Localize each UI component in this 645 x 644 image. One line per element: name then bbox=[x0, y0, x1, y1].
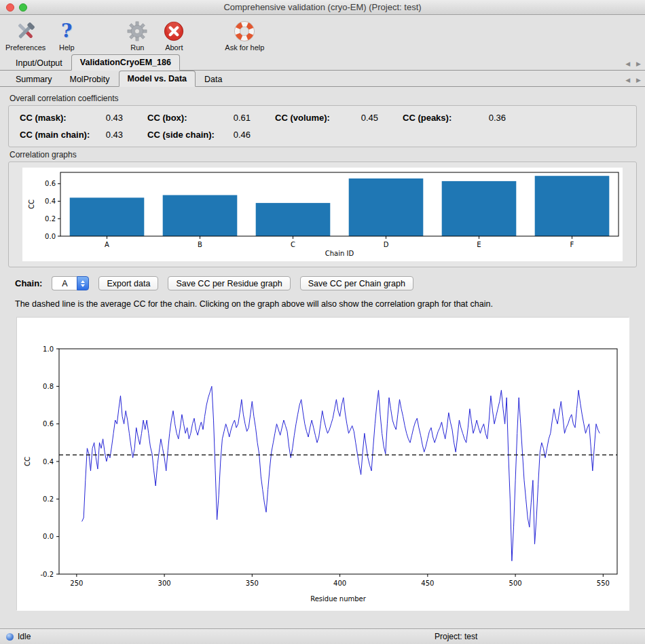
save-cc-per-residue-button[interactable]: Save CC per Residue graph bbox=[168, 276, 290, 290]
svg-text:0.6: 0.6 bbox=[45, 180, 56, 187]
svg-text:500: 500 bbox=[509, 580, 522, 587]
lifebuoy-icon bbox=[234, 19, 255, 43]
status-indicator-icon bbox=[6, 633, 14, 641]
chain-controls: Chain: A Export data Save CC per Residue… bbox=[8, 276, 637, 290]
tool-label: Run bbox=[130, 43, 144, 52]
svg-text:0.2: 0.2 bbox=[43, 495, 54, 503]
svg-text:250: 250 bbox=[70, 580, 83, 587]
cc-volume: CC (volume): 0.45 bbox=[275, 113, 378, 123]
tool-label: Abort bbox=[165, 43, 183, 52]
svg-text:350: 350 bbox=[246, 580, 259, 587]
chart-hint-text: The dashed line is the average CC for th… bbox=[8, 299, 637, 309]
cc-value: 0.36 bbox=[489, 113, 506, 123]
section-title: Overall correlation coefficients bbox=[10, 94, 637, 103]
preferences-button[interactable]: Preferences bbox=[5, 19, 45, 52]
svg-text:0.4: 0.4 bbox=[43, 458, 54, 466]
svg-text:C: C bbox=[291, 241, 295, 248]
toolbar: Preferences ? Help Run bbox=[0, 15, 645, 54]
cc-label: CC (box): bbox=[147, 113, 187, 123]
tab-scroll-right-icon[interactable]: ▶ bbox=[636, 77, 641, 83]
close-button[interactable] bbox=[6, 3, 14, 12]
tab-scroll-left-icon[interactable]: ◀ bbox=[625, 77, 630, 83]
svg-text:0.0: 0.0 bbox=[45, 233, 56, 240]
abort-button[interactable]: Abort bbox=[158, 19, 189, 52]
svg-text:300: 300 bbox=[158, 580, 171, 587]
correlation-graphs-box: 0.00.20.40.6ABCDEFChain IDCC bbox=[8, 162, 637, 267]
svg-text:A: A bbox=[105, 241, 109, 248]
tool-label: Ask for help bbox=[225, 43, 264, 52]
ask-for-help-button[interactable]: Ask for help bbox=[225, 19, 264, 52]
cc-side-chain: CC (side chain): 0.46 bbox=[147, 130, 251, 140]
chevron-up-down-icon bbox=[77, 276, 89, 290]
tab-summary[interactable]: Summary bbox=[7, 71, 60, 86]
tab-input-output[interactable]: Input/Output bbox=[7, 55, 71, 70]
svg-text:400: 400 bbox=[333, 580, 346, 587]
overall-cc-section: Overall correlation coefficients CC (mas… bbox=[8, 94, 637, 147]
preferences-tools-icon bbox=[15, 19, 37, 43]
svg-text:1.0: 1.0 bbox=[43, 345, 54, 353]
overall-cc-box: CC (mask): 0.43 CC (box): 0.61 CC (volum… bbox=[8, 105, 637, 147]
cc-row: CC (main chain): 0.43 CC (side chain): 0… bbox=[20, 130, 625, 140]
svg-text:Residue number: Residue number bbox=[310, 595, 367, 603]
cc-label: CC (main chain): bbox=[20, 130, 90, 140]
svg-text:CC: CC bbox=[24, 457, 31, 466]
tool-label: Help bbox=[59, 43, 75, 52]
svg-text:B: B bbox=[198, 241, 202, 248]
svg-text:0.6: 0.6 bbox=[43, 420, 54, 428]
tab-model-vs-data[interactable]: Model vs. Data bbox=[119, 71, 196, 87]
chain-label: Chain: bbox=[15, 278, 42, 288]
zoom-button[interactable] bbox=[19, 3, 27, 12]
svg-text:CC: CC bbox=[28, 200, 35, 209]
svg-text:E: E bbox=[477, 241, 481, 248]
notebook-tabs-outer: Input/Output ValidationCryoEM_186 ◀ ▶ bbox=[0, 54, 645, 71]
svg-text:Chain ID: Chain ID bbox=[325, 250, 354, 257]
cc-label: CC (volume): bbox=[275, 113, 330, 123]
cc-peaks: CC (peaks): 0.36 bbox=[403, 113, 506, 123]
tab-data[interactable]: Data bbox=[196, 71, 231, 86]
tab-validationcryoem-186[interactable]: ValidationCryoEM_186 bbox=[71, 54, 180, 71]
model-vs-data-panel: Overall correlation coefficients CC (mas… bbox=[0, 87, 645, 628]
abort-icon bbox=[163, 19, 185, 43]
cc-value: 0.45 bbox=[361, 113, 378, 123]
cc-value: 0.61 bbox=[234, 113, 251, 123]
status-text: Idle bbox=[18, 632, 31, 641]
tab-molprobity[interactable]: MolProbity bbox=[60, 71, 118, 86]
cc-row: CC (mask): 0.43 CC (box): 0.61 CC (volum… bbox=[20, 113, 625, 123]
cc-label: CC (side chain): bbox=[147, 130, 215, 140]
notebook-tabs-inner: Summary MolProbity Model vs. Data Data ◀… bbox=[0, 71, 645, 87]
cc-value: 0.46 bbox=[234, 130, 251, 140]
save-cc-per-chain-button[interactable]: Save CC per Chain graph bbox=[300, 276, 413, 290]
run-button[interactable]: Run bbox=[122, 19, 153, 52]
export-data-button[interactable]: Export data bbox=[98, 276, 158, 290]
svg-text:D: D bbox=[384, 241, 389, 248]
tool-label: Preferences bbox=[5, 43, 45, 52]
section-title: Correlation graphs bbox=[10, 150, 637, 159]
window-title: Comprehensive validation (cryo-EM) (Proj… bbox=[223, 2, 421, 12]
statusbar: Idle Project: test bbox=[0, 628, 645, 644]
cc-label: CC (mask): bbox=[20, 113, 67, 123]
project-label: Project: test bbox=[435, 632, 477, 641]
help-button[interactable]: ? Help bbox=[51, 19, 82, 52]
residue-cc-line-chart: -0.20.00.20.40.60.81.0250300350400450500… bbox=[16, 317, 629, 610]
cc-box: CC (box): 0.61 bbox=[147, 113, 251, 123]
svg-text:-0.2: -0.2 bbox=[40, 571, 54, 578]
tab-scroll-left-icon[interactable]: ◀ bbox=[625, 61, 630, 67]
svg-text:0.4: 0.4 bbox=[45, 197, 56, 205]
tab-scroll-right-icon[interactable]: ▶ bbox=[636, 61, 641, 67]
svg-text:0.8: 0.8 bbox=[43, 383, 54, 390]
chain-cc-bar-chart[interactable]: 0.00.20.40.6ABCDEFChain IDCC bbox=[22, 168, 623, 261]
cc-value: 0.43 bbox=[106, 130, 123, 140]
svg-text:0.0: 0.0 bbox=[43, 533, 54, 540]
svg-text:450: 450 bbox=[421, 580, 434, 587]
svg-text:0.2: 0.2 bbox=[45, 215, 56, 223]
help-question-icon: ? bbox=[61, 19, 72, 43]
chain-select[interactable]: A bbox=[52, 276, 89, 290]
correlation-graphs-section: Correlation graphs 0.00.20.40.6ABCDEFCha… bbox=[8, 150, 637, 267]
titlebar: Comprehensive validation (cryo-EM) (Proj… bbox=[0, 0, 645, 15]
cc-main-chain: CC (main chain): 0.43 bbox=[20, 130, 123, 140]
svg-text:F: F bbox=[570, 241, 574, 248]
cc-label: CC (peaks): bbox=[403, 113, 452, 123]
run-gear-icon bbox=[127, 19, 147, 43]
window-controls bbox=[6, 3, 27, 12]
chain-select-value: A bbox=[52, 276, 77, 290]
